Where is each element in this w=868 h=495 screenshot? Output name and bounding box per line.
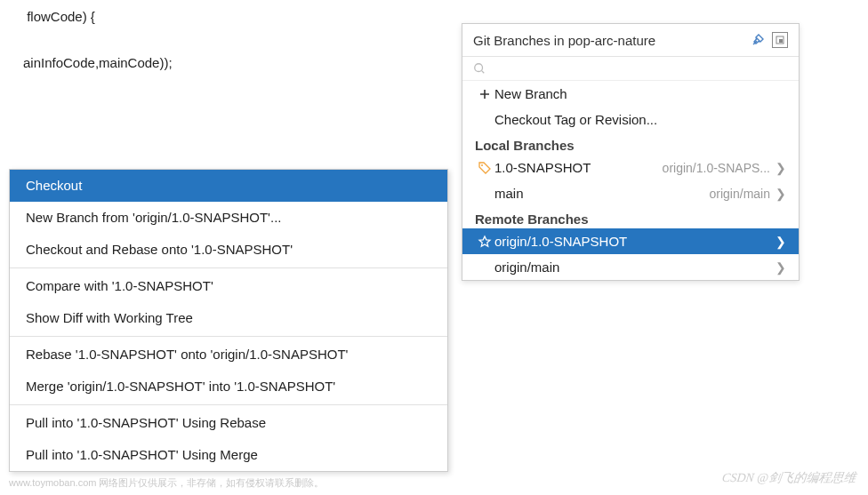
branch-name: main (494, 186, 703, 201)
menu-item[interactable]: Merge 'origin/1.0-SNAPSHOT' into '1.0-SN… (10, 371, 447, 403)
chevron-right-icon: ❯ (776, 161, 786, 175)
checkout-tag-label: Checkout Tag or Revision... (494, 112, 786, 127)
menu-item[interactable]: Show Diff with Working Tree (10, 302, 447, 334)
local-branch-item[interactable]: 1.0-SNAPSHOTorigin/1.0-SNAPS...❯ (462, 155, 799, 180)
local-branch-item[interactable]: mainorigin/main❯ (462, 180, 799, 206)
tracking-label: origin/1.0-SNAPS... (663, 161, 770, 175)
remote-branch-item[interactable]: origin/1.0-SNAPSHOT❯ (462, 228, 799, 254)
chevron-right-icon: ❯ (776, 235, 786, 249)
svg-line-3 (482, 71, 485, 74)
menu-item[interactable]: Pull into '1.0-SNAPSHOT' Using Rebase (10, 407, 447, 439)
watermark-text: www.toymoban.com 网络图片仅供展示，非存储，如有侵权请联系删除。 (9, 476, 324, 490)
svg-point-4 (481, 164, 483, 166)
menu-item[interactable]: Pull into '1.0-SNAPSHOT' Using Merge (10, 439, 447, 471)
menu-item[interactable]: Rebase '1.0-SNAPSHOT' onto 'origin/1.0-S… (10, 339, 447, 371)
checkout-tag-item[interactable]: Checkout Tag or Revision... (462, 107, 799, 132)
chevron-right-icon: ❯ (776, 187, 786, 201)
new-branch-item[interactable]: New Branch (462, 81, 799, 107)
svg-point-2 (475, 64, 483, 72)
popup-title: Git Branches in pop-arc-nature (473, 33, 743, 48)
new-branch-label: New Branch (494, 86, 786, 101)
plus-icon (475, 88, 494, 100)
branch-action-menu: CheckoutNew Branch from 'origin/1.0-SNAP… (9, 169, 448, 472)
branch-search-input[interactable] (462, 57, 799, 81)
tag-icon (475, 161, 494, 175)
svg-rect-1 (779, 39, 783, 43)
menu-item[interactable]: Checkout (10, 170, 447, 202)
menu-item[interactable]: Compare with '1.0-SNAPSHOT' (10, 270, 447, 302)
code-line: ainInfoCode,mainCode)); (23, 55, 173, 70)
star-icon (475, 235, 494, 249)
local-branches-header: Local Branches (462, 132, 799, 155)
code-line: flowCode) { (23, 9, 95, 24)
credit-text: CSDN @剑飞的编程思维 (721, 470, 856, 486)
menu-item[interactable]: New Branch from 'origin/1.0-SNAPSHOT'... (10, 202, 447, 234)
menu-item[interactable]: Checkout and Rebase onto '1.0-SNAPSHOT' (10, 234, 447, 266)
branch-name: origin/1.0-SNAPSHOT (494, 234, 770, 249)
tracking-label: origin/main (710, 187, 770, 201)
branch-name: origin/main (494, 259, 770, 275)
remote-branch-item[interactable]: origin/main❯ (462, 254, 799, 280)
expand-icon[interactable] (772, 32, 788, 48)
code-editor[interactable]: flowCode) { ainInfoCode,mainCode)); (0, 0, 180, 80)
branch-name: 1.0-SNAPSHOT (494, 160, 655, 175)
chevron-right-icon: ❯ (776, 260, 786, 275)
git-branches-popup: Git Branches in pop-arc-nature New Branc… (462, 23, 800, 281)
pin-icon[interactable] (749, 31, 767, 49)
remote-branches-header: Remote Branches (462, 206, 799, 228)
